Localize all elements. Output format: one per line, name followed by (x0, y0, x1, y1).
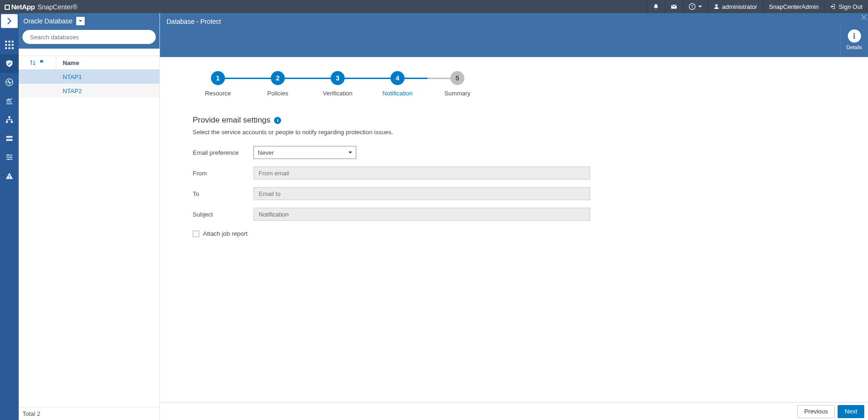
wizard-steps: 1 Resource 2 Policies 3 Verification (188, 71, 868, 97)
alert-icon (5, 172, 14, 180)
next-button[interactable]: Next (838, 405, 864, 418)
chevron-down-icon (698, 6, 702, 7)
info-icon[interactable]: i (274, 117, 281, 124)
step-notification[interactable]: 4 Notification (368, 71, 427, 97)
nav-alerts[interactable] (0, 167, 19, 185)
nav-settings[interactable] (0, 148, 19, 167)
sort-icon[interactable] (29, 59, 36, 66)
shield-check-icon (5, 59, 14, 68)
step-policies[interactable]: 2 Policies (248, 71, 308, 97)
grid-icon (5, 41, 14, 49)
storage-icon (5, 134, 14, 143)
step-resource[interactable]: 1 Resource (188, 71, 248, 97)
table-row[interactable]: NTAP2 (19, 84, 159, 98)
svg-rect-16 (6, 139, 13, 141)
nav-strip (0, 13, 19, 420)
help-dropdown[interactable]: ? (683, 0, 708, 13)
table-row[interactable]: NTAP1 (19, 70, 159, 84)
svg-rect-12 (8, 116, 11, 118)
step-number: 1 (211, 71, 225, 85)
details-label: Details (846, 44, 862, 50)
topbar: NetApp SnapCenter® ? administrator SnapC… (0, 0, 868, 13)
svg-rect-20 (9, 175, 10, 177)
svg-rect-10 (12, 47, 14, 49)
step-verification[interactable]: 3 Verification (308, 71, 368, 97)
chevron-right-icon (7, 18, 12, 24)
from-input[interactable] (253, 167, 590, 180)
attach-report-label: Attach job report (203, 230, 247, 237)
svg-rect-9 (8, 47, 10, 49)
chart-icon (5, 97, 14, 105)
svg-point-17 (7, 154, 9, 156)
nav-dashboard[interactable] (0, 36, 19, 54)
row-name: NTAP1 (56, 73, 82, 80)
nav-monitor[interactable] (0, 73, 19, 92)
nav-reports[interactable] (0, 92, 19, 110)
page-title: Database - Protect (160, 13, 221, 57)
from-label: From (193, 170, 253, 177)
to-label: To (193, 190, 253, 197)
svg-point-18 (10, 157, 12, 158)
attach-report-checkbox[interactable] (193, 231, 199, 237)
role-label[interactable]: SnapCenterAdmin (763, 0, 824, 13)
step-label: Summary (444, 90, 470, 97)
step-number: 3 (331, 71, 345, 85)
email-pref-value: Never (258, 149, 274, 156)
nav-expand-button[interactable] (1, 14, 18, 28)
email-pref-dropdown[interactable]: Never (253, 146, 356, 159)
svg-rect-7 (12, 44, 14, 46)
step-label: Policies (268, 90, 289, 97)
step-summary[interactable]: 5 Summary (427, 71, 487, 97)
nav-hosts[interactable] (0, 110, 19, 129)
to-input[interactable] (253, 187, 590, 200)
previous-button[interactable]: Previous (797, 405, 835, 418)
svg-rect-2 (5, 41, 7, 43)
bell-icon (653, 4, 659, 10)
svg-rect-5 (5, 44, 7, 46)
search-input-wrapper[interactable] (22, 30, 156, 44)
activity-icon (5, 78, 14, 87)
signout-label: Sign Out (839, 3, 862, 10)
role-name: SnapCenterAdmin (769, 3, 818, 10)
notifications-button[interactable] (647, 0, 665, 13)
step-label: Resource (205, 90, 231, 97)
svg-rect-8 (5, 47, 7, 49)
resource-type-dropdown[interactable] (76, 17, 85, 25)
subject-input[interactable] (253, 208, 590, 221)
svg-rect-13 (6, 121, 8, 123)
refresh-row (19, 49, 159, 56)
signout-button[interactable]: Sign Out (824, 0, 868, 13)
subject-label: Subject (193, 211, 253, 218)
close-button[interactable]: ✕ (860, 13, 868, 22)
user-icon (714, 4, 719, 9)
svg-rect-4 (12, 41, 14, 43)
step-number: 5 (450, 71, 464, 85)
product-name: SnapCenter® (37, 3, 77, 11)
brand-company: NetApp (11, 3, 35, 11)
column-name-header[interactable]: Name (56, 59, 79, 66)
sliders-icon (5, 153, 14, 161)
help-icon: ? (689, 3, 695, 10)
svg-rect-15 (6, 136, 13, 138)
form-title: Provide email settings (193, 116, 270, 125)
step-number: 4 (391, 71, 405, 85)
details-button[interactable]: i Details (840, 22, 868, 57)
flag-icon[interactable] (39, 59, 45, 66)
nav-resources[interactable] (0, 54, 19, 73)
messages-button[interactable] (665, 0, 683, 13)
search-input[interactable] (29, 33, 149, 41)
email-pref-label: Email preference (193, 149, 253, 156)
nav-storage[interactable] (0, 129, 19, 148)
mail-icon (671, 4, 677, 9)
resource-rows: NTAP1 NTAP2 (19, 70, 159, 407)
svg-point-19 (8, 159, 9, 160)
user-name: administrator (722, 3, 757, 10)
netapp-logo-icon (5, 5, 10, 10)
main-panel: Database - Protect i Details ✕ 1 Resourc… (160, 13, 868, 420)
info-icon: i (848, 29, 861, 43)
step-number: 2 (271, 71, 285, 85)
form-subtitle: Select the service accounts or people to… (193, 129, 614, 136)
user-menu[interactable]: administrator (708, 0, 763, 13)
email-settings-form: Provide email settings i Select the serv… (193, 116, 614, 237)
list-footer-total: Total 2 (19, 407, 159, 420)
